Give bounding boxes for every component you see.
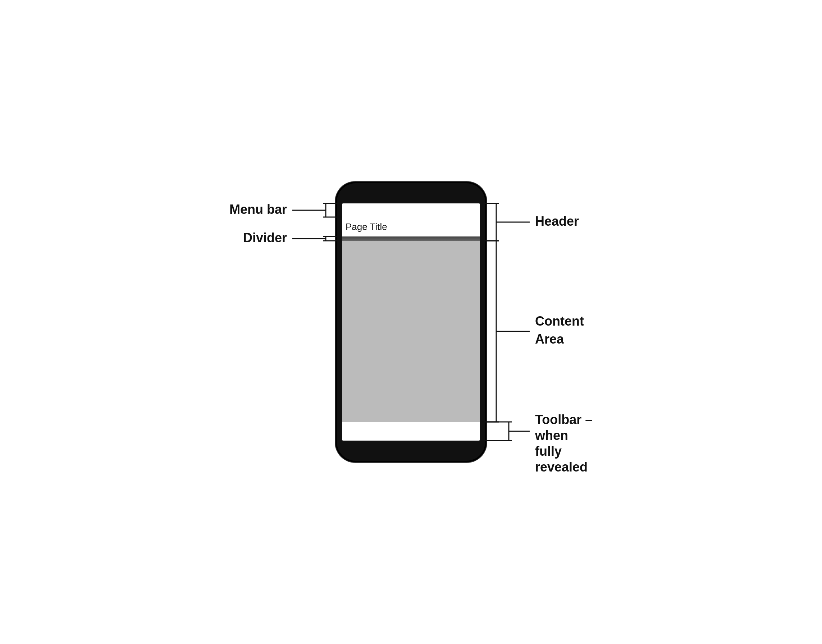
toolbar-label-3: fully (535, 444, 562, 458)
menu-bar-label: Menu bar (229, 202, 287, 217)
header: Page Title (342, 217, 480, 236)
content-area (342, 241, 480, 422)
content-area-label: Content (535, 314, 584, 328)
toolbar-label-2: when (535, 428, 568, 443)
toolbar-label-4: revealed (535, 460, 588, 474)
page-title: Page Title (346, 221, 387, 233)
header-label: Header (535, 214, 579, 228)
diagram-container: Page Title Menu bar (195, 35, 627, 609)
phone-device: Page Title (335, 182, 487, 462)
content-area-label-2: Area (535, 332, 564, 347)
toolbar (342, 422, 480, 441)
menu-bar (342, 203, 480, 217)
divider-label: Divider (243, 230, 287, 245)
divider (342, 236, 480, 241)
toolbar-label-1: Toolbar – (535, 412, 592, 427)
phone-screen: Page Title (342, 203, 480, 441)
